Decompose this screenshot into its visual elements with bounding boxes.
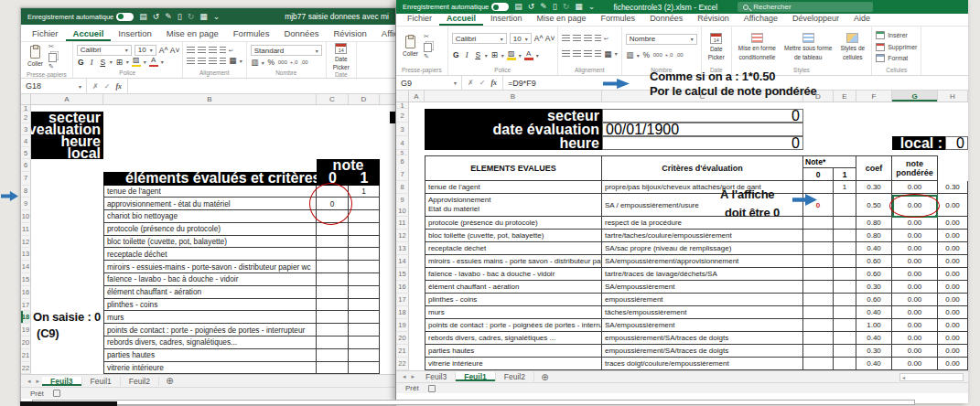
row-header[interactable]: 22 [21, 362, 31, 375]
accessibility-icon[interactable] [53, 390, 60, 397]
note-header-cell[interactable]: Note* [803, 156, 856, 168]
note-h-cell[interactable]: 0.00 [938, 319, 968, 332]
criteres-header-cell[interactable]: Critères d'évaluation [602, 155, 803, 181]
number-format-select[interactable]: Standard▾ [251, 45, 322, 56]
note1-cell[interactable] [349, 362, 380, 375]
format-cells-icon[interactable] [876, 54, 885, 62]
note1-cell[interactable] [834, 255, 856, 268]
cell[interactable] [31, 186, 103, 198]
note0-cell[interactable] [317, 362, 349, 375]
critere-cell[interactable]: tâches/empoussièrement [602, 306, 803, 319]
note-h-cell[interactable]: 0.00 [938, 268, 968, 281]
sheet-nav-right-icon[interactable]: ▸ [409, 373, 418, 380]
align-top-icon[interactable] [562, 35, 570, 41]
toggle-icon[interactable] [491, 3, 509, 11]
row-header[interactable]: 8 [21, 186, 31, 198]
decrease-decimal-button[interactable]: ,00 [675, 52, 683, 58]
align-top-icon[interactable] [187, 47, 195, 53]
save-icon[interactable]: ▤ [514, 3, 522, 11]
row-header[interactable]: 1 [21, 105, 31, 112]
critere-cell[interactable]: traces doigt/coulure/empoussièrement [602, 358, 803, 370]
note1-cell[interactable] [349, 349, 380, 362]
sheet-nav-left-icon[interactable]: ◂ [400, 373, 409, 380]
undo-icon[interactable]: ↺ [528, 3, 535, 11]
label-cell-heure[interactable]: heure [31, 135, 103, 147]
align-center-icon[interactable] [573, 50, 581, 57]
note-ponderee-cell[interactable]: 0.00 [892, 181, 938, 194]
note-ponderee-cell[interactable]: 0.00 [892, 268, 938, 281]
row-header[interactable]: 5 [21, 147, 31, 159]
row-header[interactable]: 16 [396, 281, 409, 294]
note1-cell[interactable] [349, 261, 380, 273]
coef-cell[interactable]: 0.80 [856, 230, 892, 242]
note1-cell[interactable] [349, 299, 380, 312]
element-cell[interactable]: murs [103, 311, 317, 324]
row-header[interactable]: 6 [21, 159, 31, 172]
font-name-select[interactable]: Calibri▾ [77, 45, 132, 56]
toggle-icon[interactable] [116, 13, 134, 21]
critere-cell[interactable]: SA/empoussièrement [602, 281, 803, 294]
note-ponderee-cell[interactable]: 0.00 [892, 319, 938, 332]
label-cell-local[interactable]: local [31, 147, 103, 159]
row-header[interactable]: 8 [396, 181, 409, 194]
note1-cell[interactable]: 1 [349, 186, 380, 198]
sheet-tab[interactable]: Feuil1 [456, 372, 496, 381]
merge-center-button[interactable]: ▦ [604, 49, 612, 59]
label-cell-date[interactable]: date évaluation [425, 123, 602, 136]
note-h-cell[interactable]: 0.00 [938, 281, 968, 294]
font-color-button[interactable]: A [149, 57, 158, 67]
select-all-corner[interactable] [396, 91, 409, 102]
borders-button[interactable]: ⊞ [115, 58, 124, 67]
row-header[interactable]: 3 [21, 123, 31, 135]
column-header[interactable]: A [31, 94, 103, 104]
share-icon[interactable]: ▦ [199, 13, 208, 21]
delete-cells-button[interactable]: Supprimer [888, 44, 917, 50]
row-header[interactable]: 2 [21, 112, 31, 123]
critere-cell[interactable]: SA/empoussièrement/approvisionnement [602, 255, 803, 268]
cell[interactable] [31, 349, 103, 362]
column-header[interactable]: G [892, 91, 938, 102]
cell[interactable] [31, 210, 103, 223]
formula-input[interactable] [128, 79, 395, 93]
element-cell[interactable]: rebords divers, cadres, signalétiques ..… [425, 332, 602, 345]
orientation-icon[interactable] [595, 35, 601, 41]
note-ponderee-cell[interactable]: 0.00 [892, 281, 938, 294]
font-size-select[interactable]: 10▾ [135, 45, 156, 56]
note0-cell[interactable] [317, 311, 349, 324]
insert-function-icon[interactable]: fx [490, 79, 497, 87]
element-cell[interactable]: miroirs - essuies-mains - porte-savon - … [103, 261, 317, 273]
element-cell[interactable]: receptacle déchet [425, 242, 602, 255]
align-bottom-icon[interactable] [584, 35, 592, 41]
note0-cell[interactable] [803, 332, 834, 345]
value-cell-date[interactable]: 00/01/1900 [602, 123, 803, 136]
note0-cell[interactable] [803, 217, 834, 230]
row-header[interactable]: 12 [396, 230, 409, 242]
note-ponderee-cell[interactable]: 0.00 [892, 358, 938, 370]
element-cell[interactable]: parties hautes [103, 349, 317, 362]
date-picker-button[interactable]: 14 DatePicker [705, 33, 727, 60]
element-cell[interactable]: vitrerie intérieure [425, 358, 602, 370]
element-cell[interactable]: bloc toilette (cuvette, pot, balayette) [425, 230, 602, 242]
element-cell[interactable]: miroirs - essuies mains - porte savon - … [425, 255, 602, 268]
note1-cell[interactable] [834, 194, 856, 217]
note1-cell[interactable] [834, 281, 856, 294]
cell[interactable] [31, 198, 103, 210]
insert-function-icon[interactable]: fx [115, 82, 122, 91]
row-header[interactable]: 3 [396, 123, 409, 136]
number-format-select[interactable]: Nombre▾ [626, 34, 697, 45]
accessibility-icon[interactable] [428, 385, 436, 392]
ribbon-tab[interactable]: Formules [594, 14, 643, 26]
label-cell-heure[interactable]: heure [425, 136, 602, 150]
ribbon-tab[interactable]: Fichier [25, 27, 66, 41]
note1-cell[interactable] [349, 337, 380, 349]
align-left-icon[interactable] [187, 58, 195, 64]
sheet-nav-right-icon[interactable]: ▸ [34, 378, 43, 385]
note-h-cell[interactable]: 0.00 [938, 358, 968, 370]
value-cell-heure[interactable]: 0 [602, 136, 803, 150]
accounting-format-icon[interactable]: ▥ [626, 50, 634, 59]
row-header[interactable]: 12 [21, 236, 31, 249]
element-cell[interactable]: faïence - lavabo - bac à douche - vidoir [425, 268, 602, 281]
note0-cell[interactable] [803, 306, 834, 319]
paste-button[interactable]: Coller [25, 46, 46, 67]
element-cell[interactable]: protocole (présence du protocole) [425, 217, 602, 230]
